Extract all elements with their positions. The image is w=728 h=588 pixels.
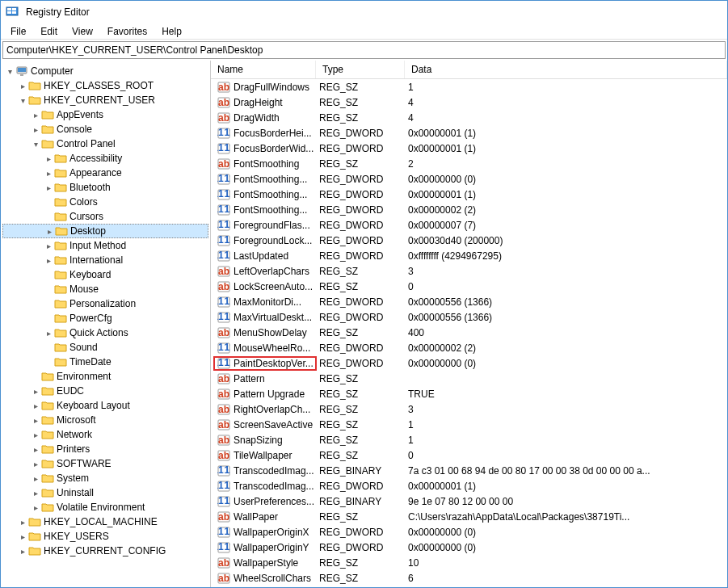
- value-row[interactable]: 011 110ForegroundFlas...REG_DWORD0x00000…: [211, 217, 727, 233]
- menu-help[interactable]: Help: [155, 24, 188, 39]
- value-row[interactable]: 011 110TranscodedImag...REG_DWORD0x00000…: [211, 478, 727, 494]
- value-row[interactable]: abLeftOverlapCharsREG_SZ3: [211, 263, 727, 279]
- chevron-icon[interactable]: [30, 140, 41, 149]
- tree-item[interactable]: TimeDate: [2, 355, 208, 369]
- tree-item[interactable]: HKEY_USERS: [2, 529, 208, 544]
- chevron-icon[interactable]: [30, 401, 41, 410]
- value-row[interactable]: 011 110FontSmoothing...REG_DWORD0x000000…: [211, 171, 727, 187]
- value-row[interactable]: 011 110WallpaperOriginYREG_DWORD0x000000…: [211, 540, 727, 555]
- chevron-icon[interactable]: [43, 242, 54, 250]
- address-bar[interactable]: Computer\HKEY_CURRENT_USER\Control Panel…: [2, 41, 726, 59]
- tree-item[interactable]: Input Method: [2, 238, 208, 253]
- chevron-icon[interactable]: [30, 474, 41, 483]
- value-row[interactable]: 011 110FontSmoothing...REG_DWORD0x000000…: [211, 187, 727, 202]
- tree-item[interactable]: Keyboard: [2, 267, 208, 282]
- tree-item[interactable]: Console: [2, 122, 208, 136]
- tree-item[interactable]: HKEY_CURRENT_CONFIG: [2, 544, 208, 558]
- menu-edit[interactable]: Edit: [34, 24, 64, 39]
- value-row[interactable]: abPatternREG_SZ: [211, 371, 727, 386]
- menu-favorites[interactable]: Favorites: [101, 24, 154, 39]
- value-row[interactable]: abTileWallpaperREG_SZ0: [211, 447, 727, 463]
- value-row[interactable]: abMenuShowDelayREG_SZ400: [211, 325, 727, 340]
- tree-item[interactable]: Keyboard Layout: [2, 398, 208, 413]
- chevron-icon[interactable]: [17, 532, 28, 541]
- chevron-icon[interactable]: [30, 111, 41, 120]
- tree-item[interactable]: Bluetooth: [2, 180, 208, 195]
- tree-item[interactable]: Network: [2, 427, 208, 442]
- value-row[interactable]: abDragHeightREG_SZ4: [211, 94, 727, 110]
- tree-item[interactable]: HKEY_CURRENT_USER: [2, 93, 208, 107]
- tree-item[interactable]: Accessibility: [2, 151, 208, 166]
- header-type[interactable]: Type: [316, 61, 405, 78]
- value-row[interactable]: 011 110MaxMonitorDi...REG_DWORD0x0000055…: [211, 294, 727, 309]
- tree-item[interactable]: AppEvents: [2, 107, 208, 122]
- chevron-icon[interactable]: [4, 67, 15, 76]
- value-row[interactable]: 011 110PaintDesktopVer...REG_DWORD0x0000…: [211, 355, 727, 371]
- tree-item[interactable]: Microsoft: [2, 413, 208, 427]
- chevron-icon[interactable]: [30, 387, 41, 396]
- chevron-icon[interactable]: [30, 125, 41, 134]
- chevron-icon[interactable]: [17, 547, 28, 556]
- tree-item[interactable]: Environment: [2, 369, 208, 384]
- tree-item[interactable]: HKEY_CLASSES_ROOT: [2, 78, 208, 93]
- tree-item[interactable]: Printers: [2, 442, 208, 456]
- tree-item[interactable]: International: [2, 253, 208, 267]
- tree-item[interactable]: PowerCfg: [2, 311, 208, 326]
- menu-view[interactable]: View: [65, 24, 99, 39]
- tree-item[interactable]: Cursors: [2, 209, 208, 224]
- tree-item[interactable]: System: [2, 471, 208, 485]
- chevron-icon[interactable]: [17, 82, 28, 90]
- value-row[interactable]: 011 110UserPreferences...REG_BINARY9e 1e…: [211, 494, 727, 509]
- value-row[interactable]: 011 110WallpaperOriginXREG_DWORD0x000000…: [211, 524, 727, 540]
- chevron-icon[interactable]: [43, 169, 54, 178]
- chevron-icon[interactable]: [44, 227, 55, 236]
- tree-item[interactable]: Appearance: [2, 166, 208, 180]
- chevron-icon[interactable]: [43, 183, 54, 192]
- value-row[interactable]: abScreenSaveActiveREG_SZ1: [211, 417, 727, 432]
- header-name[interactable]: Name: [211, 61, 316, 78]
- tree-item[interactable]: HKEY_LOCAL_MACHINE: [2, 514, 208, 529]
- tree-item[interactable]: Volatile Environment: [2, 500, 208, 514]
- tree-item[interactable]: Colors: [2, 195, 208, 209]
- value-list[interactable]: Name Type Data abDragFullWindowsREG_SZ1a…: [211, 61, 727, 587]
- chevron-icon[interactable]: [30, 445, 41, 454]
- registry-tree[interactable]: ComputerHKEY_CLASSES_ROOTHKEY_CURRENT_US…: [1, 61, 211, 587]
- tree-item[interactable]: Control Panel: [2, 136, 208, 151]
- value-row[interactable]: 011 110ForegroundLock...REG_DWORD0x00030…: [211, 233, 727, 248]
- tree-root-computer[interactable]: Computer: [2, 64, 208, 78]
- chevron-icon[interactable]: [43, 154, 54, 163]
- value-row[interactable]: abPattern UpgradeREG_SZTRUE: [211, 386, 727, 401]
- value-row[interactable]: 011 110TranscodedImag...REG_BINARY7a c3 …: [211, 463, 727, 478]
- tree-item[interactable]: Sound: [2, 340, 208, 355]
- chevron-icon[interactable]: [30, 503, 41, 512]
- tree-item[interactable]: Desktop: [2, 224, 208, 238]
- value-row[interactable]: 011 110FontSmoothing...REG_DWORD0x000000…: [211, 202, 727, 217]
- value-row[interactable]: abDragWidthREG_SZ4: [211, 110, 727, 125]
- chevron-icon[interactable]: [30, 416, 41, 425]
- value-row[interactable]: 011 110MaxVirtualDeskt...REG_DWORD0x0000…: [211, 309, 727, 325]
- value-row[interactable]: abLockScreenAuto...REG_SZ0: [211, 279, 727, 294]
- value-row[interactable]: abWallPaperREG_SZC:\Users\razah\AppData\…: [211, 509, 727, 524]
- value-row[interactable]: 011 110MouseWheelRo...REG_DWORD0x0000000…: [211, 340, 727, 355]
- chevron-icon[interactable]: [30, 489, 41, 498]
- chevron-icon[interactable]: [43, 329, 54, 338]
- chevron-icon[interactable]: [30, 460, 41, 468]
- tree-item[interactable]: Personalization: [2, 296, 208, 311]
- value-row[interactable]: abDragFullWindowsREG_SZ1: [211, 79, 727, 94]
- chevron-icon[interactable]: [30, 430, 41, 439]
- tree-item[interactable]: Quick Actions: [2, 326, 208, 340]
- tree-item[interactable]: SOFTWARE: [2, 456, 208, 471]
- tree-item[interactable]: EUDC: [2, 384, 208, 398]
- value-row[interactable]: abWheelScrollCharsREG_SZ6: [211, 570, 727, 586]
- value-row[interactable]: 011 110LastUpdatedREG_DWORD0xffffffff (4…: [211, 248, 727, 263]
- header-data[interactable]: Data: [405, 61, 727, 78]
- value-row[interactable]: abWallpaperStyleREG_SZ10: [211, 555, 727, 570]
- value-row[interactable]: abRightOverlapCh...REG_SZ3: [211, 401, 727, 417]
- chevron-icon[interactable]: [17, 518, 28, 527]
- tree-item[interactable]: Mouse: [2, 282, 208, 296]
- value-row[interactable]: abFontSmoothingREG_SZ2: [211, 156, 727, 171]
- chevron-icon[interactable]: [43, 256, 54, 265]
- value-row[interactable]: abSnapSizingREG_SZ1: [211, 432, 727, 447]
- menu-file[interactable]: File: [4, 24, 32, 39]
- chevron-icon[interactable]: [17, 96, 28, 105]
